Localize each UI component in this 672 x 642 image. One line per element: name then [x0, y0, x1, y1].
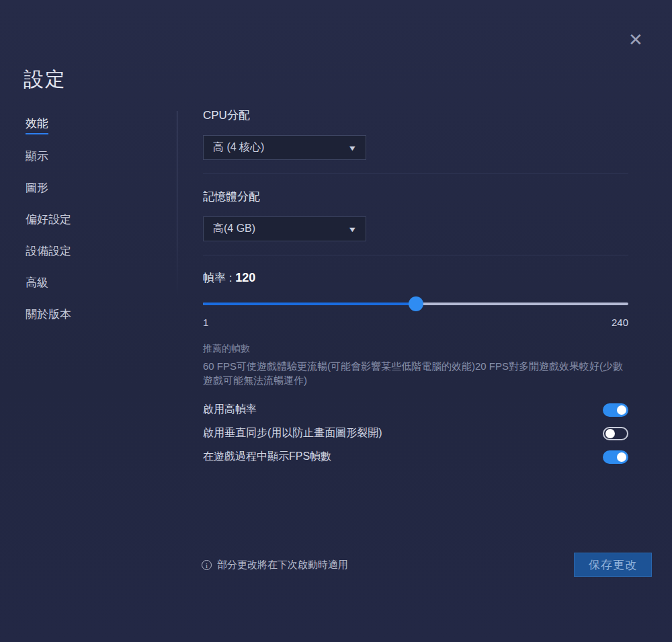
show-fps-toggle[interactable] [603, 450, 628, 464]
memory-allocation-value: 高(4 GB) [213, 222, 255, 236]
fps-label-text: 幀率 : [203, 272, 232, 284]
close-icon[interactable]: ✕ [626, 30, 645, 49]
save-changes-button[interactable]: 保存更改 [574, 553, 652, 577]
slider-min-label: 1 [203, 317, 208, 328]
high-framerate-label: 啟用高幀率 [203, 403, 257, 417]
section-divider [203, 173, 628, 174]
cpu-allocation-label: CPU分配 [203, 108, 628, 123]
sidebar-item-performance[interactable]: 效能 [26, 116, 48, 134]
show-fps-row: 在遊戲過程中顯示FPS幀數 [203, 445, 628, 469]
sidebar-item-device[interactable]: 設備設定 [26, 243, 71, 261]
chevron-down-icon: ▼ [347, 144, 357, 152]
performance-panel: CPU分配 高 (4 核心) ▼ 記憶體分配 高(4 GB) ▼ 幀率 : 12… [203, 108, 628, 469]
fps-value: 120 [235, 271, 255, 284]
cpu-allocation-value: 高 (4 核心) [213, 141, 264, 155]
sidebar-item-preferences[interactable]: 偏好設定 [26, 212, 71, 229]
recommended-fps-title: 推薦的幀數 [203, 343, 628, 355]
slider-scale: 1 240 [203, 317, 628, 328]
sidebar-item-advanced[interactable]: 高級 [26, 275, 48, 292]
recommended-fps-body: 60 FPS可使遊戲體驗更流暢(可能會影響某些低階電腦的效能)20 FPS對多開… [203, 359, 628, 387]
section-divider [203, 255, 628, 255]
info-icon: i [202, 560, 212, 570]
slider-track-fill [203, 303, 416, 305]
vsync-row: 啟用垂直同步(用以防止畫面圖形裂開) [203, 422, 628, 445]
toggle-knob [617, 405, 626, 415]
high-framerate-toggle[interactable] [603, 403, 628, 417]
show-fps-label: 在遊戲過程中顯示FPS幀數 [203, 450, 331, 464]
cpu-allocation-select[interactable]: 高 (4 核心) ▼ [203, 135, 366, 160]
vsync-toggle[interactable] [603, 427, 628, 440]
settings-sidebar: 效能 顯示 圖形 偏好設定 設備設定 高級 關於版本 [26, 116, 160, 338]
fps-label: 幀率 : 120 [203, 270, 628, 286]
memory-allocation-label: 記憶體分配 [203, 189, 628, 204]
sidebar-item-about[interactable]: 關於版本 [26, 307, 71, 324]
toggle-rows: 啟用高幀率 啟用垂直同步(用以防止畫面圖形裂開) 在遊戲過程中顯示FPS幀數 [203, 398, 628, 469]
toggle-knob [617, 452, 626, 462]
sidebar-divider [177, 111, 177, 299]
restart-note: i 部分更改將在下次啟動時適用 [202, 559, 348, 571]
fps-slider[interactable] [203, 296, 628, 311]
slider-max-label: 240 [612, 317, 628, 328]
memory-allocation-select[interactable]: 高(4 GB) ▼ [203, 216, 366, 241]
page-title: 設定 [24, 66, 67, 93]
vsync-label: 啟用垂直同步(用以防止畫面圖形裂開) [203, 426, 382, 440]
high-framerate-row: 啟用高幀率 [203, 398, 628, 422]
sidebar-item-graphics[interactable]: 圖形 [26, 180, 48, 198]
slider-thumb[interactable] [409, 296, 423, 311]
restart-note-text: 部分更改將在下次啟動時適用 [217, 559, 348, 571]
toggle-knob [605, 429, 615, 438]
sidebar-item-display[interactable]: 顯示 [26, 149, 48, 166]
chevron-down-icon: ▼ [347, 225, 357, 233]
